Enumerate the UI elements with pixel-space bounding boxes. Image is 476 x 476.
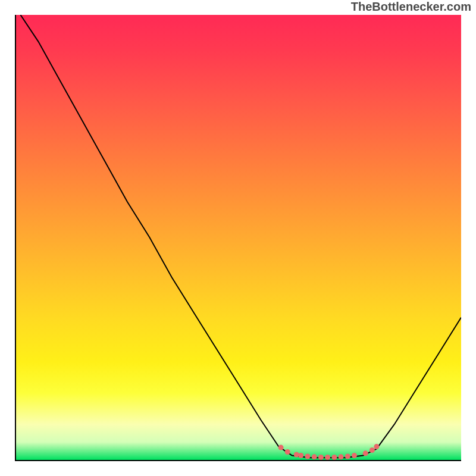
marker-dot (331, 455, 337, 460)
marker-dot (294, 452, 299, 458)
marker-dot (285, 449, 290, 455)
marker-dot (374, 444, 379, 449)
watermark-text: TheBottlenecker.com (351, 0, 471, 14)
marker-dot (305, 454, 311, 459)
marker-dot (298, 453, 303, 458)
marker-dot (312, 454, 317, 459)
chart-svg (16, 15, 461, 460)
marker-dot (339, 454, 344, 459)
plot-area (15, 15, 461, 461)
bottleneck-curve (20, 15, 461, 458)
marker-dot (278, 445, 284, 450)
marker-dot (325, 455, 330, 460)
marker-dot (352, 453, 357, 458)
marker-dot (369, 447, 375, 453)
marker-dot (363, 450, 368, 456)
curve-markers (278, 444, 380, 460)
marker-dot (318, 455, 324, 460)
marker-dot (345, 454, 350, 459)
